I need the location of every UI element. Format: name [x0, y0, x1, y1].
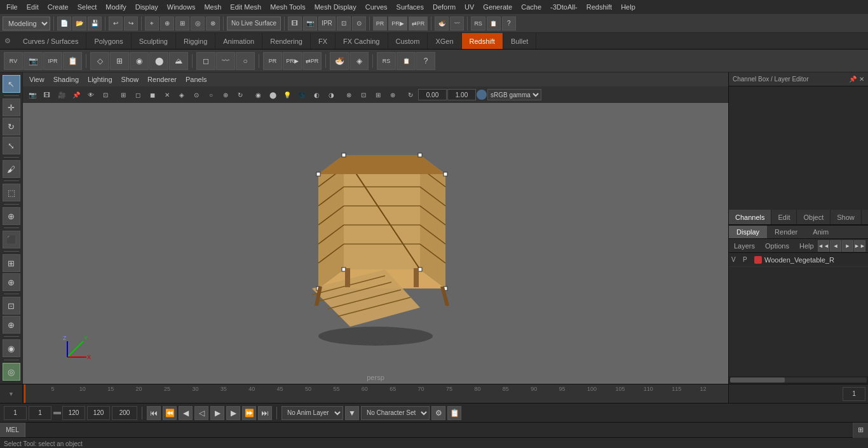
vp-light-btn[interactable]: 💡: [280, 88, 294, 101]
timeline-playhead[interactable]: [24, 384, 25, 403]
gamma-select[interactable]: sRGB gamma: [487, 89, 541, 100]
vp-film-btn[interactable]: 🎞: [40, 88, 54, 101]
frame-range-input[interactable]: [87, 406, 110, 420]
rs-btn4[interactable]: 🍜: [435, 17, 449, 31]
rs-btn2[interactable]: PR▶: [388, 17, 407, 31]
max-frame-input[interactable]: [112, 406, 137, 420]
tab-animation[interactable]: Animation: [215, 33, 262, 49]
vp-color-btn[interactable]: [477, 90, 487, 100]
move-tool-btn[interactable]: ✛: [3, 98, 20, 116]
vp-wire-btn[interactable]: ◻: [131, 88, 145, 101]
component-btn[interactable]: ⬛: [3, 231, 20, 248]
render-btn3[interactable]: IPR: [318, 17, 336, 31]
rs-icon-pr3[interactable]: ⇄PR: [302, 52, 322, 70]
rs-icon-camera[interactable]: 📷: [24, 52, 43, 70]
redo-btn[interactable]: ↪: [124, 17, 138, 31]
rs-help-btn[interactable]: ?: [502, 17, 516, 31]
char-set-btn2[interactable]: 📋: [447, 406, 461, 420]
menu-file[interactable]: File: [3, 2, 22, 12]
vp-aa-btn[interactable]: ◑: [324, 88, 338, 101]
vp-menu-lighting[interactable]: Lighting: [84, 74, 116, 85]
channel-tab-show[interactable]: Show: [831, 210, 862, 224]
rs-btn3[interactable]: ⇄PR: [409, 17, 428, 31]
rs-btn1[interactable]: PR: [373, 17, 388, 31]
menu-edit[interactable]: Edit: [23, 2, 43, 12]
deform-btn[interactable]: ⊕: [3, 273, 20, 291]
btn-prev-frame[interactable]: ◀: [179, 406, 193, 420]
vp-ao-btn[interactable]: ◐: [309, 88, 323, 101]
tab-custom[interactable]: Custom: [388, 33, 428, 49]
mel-lang-label[interactable]: MEL: [0, 423, 25, 437]
vp-reload-btn[interactable]: ↻: [233, 88, 247, 101]
layer-btn-prevprev[interactable]: ◄◄: [818, 240, 829, 252]
panel-close-btn[interactable]: ✕: [859, 76, 864, 83]
timeline-track[interactable]: 5 10 15 20 25 30 35 40 45 50 55 60 65 70…: [23, 384, 728, 403]
btn-prev-key[interactable]: ⏪: [163, 406, 177, 420]
exposure-input[interactable]: [418, 89, 447, 100]
layer-tab-anim[interactable]: Anim: [805, 226, 836, 238]
menu-uv[interactable]: UV: [461, 2, 478, 12]
channel-tab-object[interactable]: Object: [797, 210, 831, 224]
new-file-btn[interactable]: 📄: [57, 17, 71, 31]
anim-layer-dropdown[interactable]: No Anim Layer: [281, 406, 343, 420]
snap-rotate-btn[interactable]: ⊕: [3, 207, 20, 225]
menu-windows[interactable]: Windows: [163, 2, 200, 12]
layer-btn-nextnext[interactable]: ►►: [854, 240, 865, 252]
vp-hud-btn[interactable]: ⊞: [371, 88, 385, 101]
paint-tool-btn[interactable]: 🖌: [3, 160, 20, 178]
misc-btn4[interactable]: ◎: [3, 363, 20, 381]
btn-play-back[interactable]: ◁: [194, 406, 208, 420]
layers-menu-item[interactable]: Layers: [731, 241, 757, 250]
vp-menu-renderer[interactable]: Renderer: [144, 74, 180, 85]
rs-icon-help[interactable]: ?: [416, 52, 435, 70]
snap-btn3[interactable]: ⊞: [175, 17, 189, 31]
misc-btn1[interactable]: ⊡: [3, 297, 20, 315]
menu-curves[interactable]: Curves: [362, 2, 391, 12]
viewport[interactable]: View Shading Lighting Show Renderer Pane…: [23, 72, 728, 384]
menu-create[interactable]: Create: [44, 2, 72, 12]
tab-bullet[interactable]: Bullet: [503, 33, 537, 49]
snap-btn1[interactable]: ⌖: [145, 17, 159, 31]
tab-curves-surfaces[interactable]: Curves / Surfaces: [15, 33, 86, 49]
btn-next-frame[interactable]: ▶: [226, 406, 240, 420]
rs-icon-diamond[interactable]: ◇: [90, 52, 109, 70]
vp-menu-panels[interactable]: Panels: [182, 74, 211, 85]
layer-tab-display[interactable]: Display: [729, 226, 767, 238]
panel-pin-btn[interactable]: 📌: [849, 76, 857, 83]
vp-pin-btn[interactable]: 📌: [69, 88, 83, 101]
tab-xgen[interactable]: XGen: [428, 33, 461, 49]
frame-start-input[interactable]: [4, 406, 27, 420]
layer-scrollbar[interactable]: [729, 376, 868, 384]
rs-icon-bowl[interactable]: 🍜: [330, 52, 349, 70]
rs-icon-pr2[interactable]: PR▶: [283, 52, 302, 70]
menu-surfaces[interactable]: Surfaces: [393, 2, 428, 12]
menu-edit-mesh[interactable]: Edit Mesh: [226, 2, 265, 12]
channel-tab-channels[interactable]: Channels: [729, 210, 771, 224]
rs-icon-ipr[interactable]: IPR: [43, 52, 62, 70]
char-set-btn[interactable]: ⚙: [431, 406, 445, 420]
rs-icon-log2[interactable]: 📋: [397, 52, 416, 70]
vp-sel-btn[interactable]: ⊙: [189, 88, 203, 101]
vp-vis-btn[interactable]: 👁: [84, 88, 98, 101]
menu-display[interactable]: Display: [132, 2, 162, 12]
rs-icon-rv[interactable]: RV: [4, 52, 23, 70]
rs-btn6[interactable]: RS: [471, 17, 485, 31]
rs-icon-cube[interactable]: ◻: [196, 52, 215, 70]
scale-tool-btn[interactable]: ⤡: [3, 137, 20, 154]
vp-comp-btn[interactable]: ◈: [175, 88, 189, 101]
tab-rendering[interactable]: Rendering: [262, 33, 311, 49]
btn-play-fwd[interactable]: ▶: [210, 406, 224, 420]
menu-3dtall[interactable]: -3DtoAll-: [546, 2, 581, 12]
open-file-btn[interactable]: 📂: [72, 17, 86, 31]
vp-shad-btn[interactable]: ⬤: [266, 88, 280, 101]
frame-current-input[interactable]: [29, 406, 51, 420]
script-bar-icon[interactable]: ⊞: [853, 423, 868, 438]
rs-icon-pr1[interactable]: PR: [263, 52, 282, 70]
menu-generate[interactable]: Generate: [479, 2, 516, 12]
rs-btn7[interactable]: 📋: [487, 17, 501, 31]
gamma-input[interactable]: [447, 89, 476, 100]
vp-menu-shading[interactable]: Shading: [50, 74, 83, 85]
vp-sync-btn[interactable]: ↻: [403, 88, 417, 101]
vp-smth2-btn[interactable]: ⊕: [219, 88, 233, 101]
snap-btn5[interactable]: ⊗: [206, 17, 220, 31]
